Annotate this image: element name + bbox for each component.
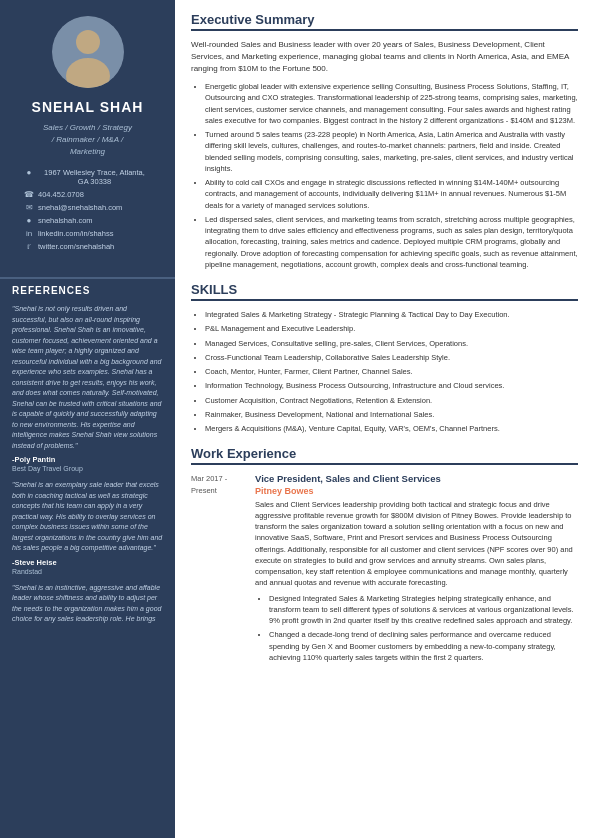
phone: 404.452.0708 xyxy=(38,190,84,199)
exec-summary-title: Executive Summary xyxy=(191,12,578,31)
job-details-0: Vice President, Sales and Client Service… xyxy=(255,473,578,666)
job-bullets-0: Designed Integrated Sales & Marketing St… xyxy=(255,593,578,664)
email-icon: ✉ xyxy=(24,203,34,212)
right-panel: Executive Summary Well-rounded Sales and… xyxy=(175,0,594,838)
skills-title: SKILLS xyxy=(191,282,578,301)
reference-name-0: -Poly Pantin xyxy=(12,455,163,464)
references-label: REFERENCES xyxy=(0,277,175,300)
skill-6: Customer Acquisition, Contract Negotiati… xyxy=(205,395,578,406)
profile-section: SNEHAL SHAH Sales / Growth / Strategy/ R… xyxy=(0,0,175,273)
job-header-0: Mar 2017 - Present Vice President, Sales… xyxy=(191,473,578,666)
svg-point-1 xyxy=(76,30,100,54)
skills-section: SKILLS Integrated Sales & Marketing Stra… xyxy=(191,282,578,434)
address: 1967 Wellesley Trace, Atlanta, GA 30338 xyxy=(38,168,151,186)
phone-icon: ☎ xyxy=(24,190,34,199)
references-section: "Snehal is not only results driven and s… xyxy=(0,300,175,633)
skill-2: Managed Services, Consultative selling, … xyxy=(205,338,578,349)
skill-0: Integrated Sales & Marketing Strategy - … xyxy=(205,309,578,320)
job-title-0: Vice President, Sales and Client Service… xyxy=(255,473,578,485)
skill-3: Cross-Functional Team Leadership, Collab… xyxy=(205,352,578,363)
reference-quote-2: "Snehal is an instinctive, aggressive an… xyxy=(12,583,163,625)
linkedin: linkedin.com/in/shahss xyxy=(38,229,113,238)
skill-4: Coach, Mentor, Hunter, Farmer, Client Pa… xyxy=(205,366,578,377)
web-icon: ● xyxy=(24,216,34,225)
reference-quote-0: "Snehal is not only results driven and s… xyxy=(12,304,163,451)
email: snehal@snehalshah.com xyxy=(38,203,122,212)
left-panel: SNEHAL SHAH Sales / Growth / Strategy/ R… xyxy=(0,0,175,838)
profile-name: SNEHAL SHAH xyxy=(12,98,163,116)
job-bullet-0-0: Designed Integrated Sales & Marketing St… xyxy=(269,593,578,627)
job-bullet-0-1: Changed a decade-long trend of declining… xyxy=(269,629,578,663)
job-desc-0: Sales and Client Services leadership pro… xyxy=(255,499,578,589)
contact-list: ● 1967 Wellesley Trace, Atlanta, GA 3033… xyxy=(12,168,163,251)
exec-bullet-1: Turned around 5 sales teams (23-228 peop… xyxy=(205,129,578,174)
skills-bullets: Integrated Sales & Marketing Strategy - … xyxy=(191,309,578,434)
profile-title: Sales / Growth / Strategy/ Rainmaker / M… xyxy=(12,122,163,158)
website: snehalshah.com xyxy=(38,216,93,225)
job-date-0: Mar 2017 - Present xyxy=(191,473,245,496)
twitter-icon: 𝕣 xyxy=(24,242,34,251)
exec-bullet-0: Energetic global leader with extensive e… xyxy=(205,81,578,126)
skill-8: Mergers & Acquisitions (M&A), Venture Ca… xyxy=(205,423,578,434)
linkedin-icon: in xyxy=(24,229,34,238)
exec-intro: Well-rounded Sales and Business leader w… xyxy=(191,39,578,75)
work-experience-section: Work Experience Mar 2017 - Present Vice … xyxy=(191,446,578,666)
exec-bullet-2: Ability to cold call CXOs and engage in … xyxy=(205,177,578,211)
reference-company-0: Best Day Travel Group xyxy=(12,465,163,472)
work-title: Work Experience xyxy=(191,446,578,465)
executive-summary-section: Executive Summary Well-rounded Sales and… xyxy=(191,12,578,270)
reference-name-1: -Steve Heise xyxy=(12,558,163,567)
location-icon: ● xyxy=(24,168,34,177)
reference-quote-1: "Snehal is an exemplary sale leader that… xyxy=(12,480,163,554)
exec-bullets: Energetic global leader with extensive e… xyxy=(191,81,578,270)
reference-company-1: Randstad xyxy=(12,568,163,575)
job-entry-0: Mar 2017 - Present Vice President, Sales… xyxy=(191,473,578,666)
job-company-0: Pitney Bowes xyxy=(255,486,578,496)
skill-1: P&L Management and Executive Leadership. xyxy=(205,323,578,334)
twitter: twitter.com/snehalshah xyxy=(38,242,114,251)
exec-bullet-3: Led dispersed sales, client services, an… xyxy=(205,214,578,270)
skill-7: Rainmaker, Business Development, Nationa… xyxy=(205,409,578,420)
avatar xyxy=(52,16,124,88)
skill-5: Information Technology, Business Process… xyxy=(205,380,578,391)
